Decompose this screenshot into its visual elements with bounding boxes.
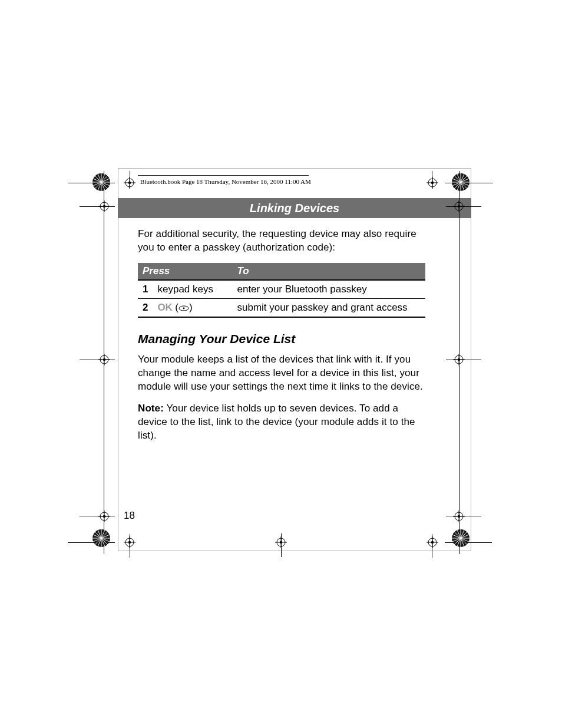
registration-mark-icon xyxy=(453,354,465,365)
registration-mark-icon xyxy=(427,177,438,189)
body-content: For additional security, the requesting … xyxy=(138,228,425,451)
section-heading: Managing Your Device List xyxy=(138,332,425,346)
page-number: 18 xyxy=(124,510,135,522)
step-number: 1 xyxy=(138,280,153,299)
registration-mark-icon xyxy=(98,200,110,212)
section-paragraph: Your module keeps a list of the devices … xyxy=(138,353,425,394)
table-header-row: Press To xyxy=(138,263,425,280)
intro-paragraph: For additional security, the requesting … xyxy=(138,228,425,255)
registration-mark-icon xyxy=(453,510,465,522)
instruction-table: Press To 1 keypad keys enter your Blueto… xyxy=(138,263,425,318)
ok-softkey-label: OK xyxy=(157,302,172,313)
registration-mark-icon xyxy=(275,536,287,548)
chapter-title-banner: Linking Devices xyxy=(118,198,471,218)
registration-starburst-icon xyxy=(91,528,111,548)
note-label: Note: xyxy=(138,403,164,414)
to-cell: submit your passkey and grant access xyxy=(232,298,425,317)
to-cell: enter your Bluetooth passkey xyxy=(232,280,425,299)
col-to: To xyxy=(232,263,425,280)
press-cell: OK () xyxy=(153,298,232,317)
table-row: 2 OK () submit your passkey and grant ac… xyxy=(138,298,425,317)
svg-point-1 xyxy=(183,308,185,309)
registration-mark-icon xyxy=(453,200,465,212)
table-row: 1 keypad keys enter your Bluetooth passk… xyxy=(138,280,425,299)
registration-mark-icon xyxy=(98,510,110,522)
note-text: Your device list holds up to seven devic… xyxy=(138,403,415,441)
registration-starburst-icon xyxy=(451,528,471,548)
press-cell: keypad keys xyxy=(153,280,232,299)
registration-starburst-icon xyxy=(91,172,111,192)
step-number: 2 xyxy=(138,298,153,317)
registration-starburst-icon xyxy=(451,172,471,192)
registration-mark-icon xyxy=(124,536,135,548)
col-press: Press xyxy=(138,263,232,280)
header-rule xyxy=(138,175,309,176)
registration-mark-icon xyxy=(124,177,135,189)
softkey-icon: () xyxy=(175,302,192,314)
running-head: Bluetooth.book Page 18 Thursday, Novembe… xyxy=(140,178,311,185)
registration-mark-icon xyxy=(98,354,110,365)
note-paragraph: Note: Your device list holds up to seven… xyxy=(138,402,425,443)
registration-mark-icon xyxy=(427,536,438,548)
